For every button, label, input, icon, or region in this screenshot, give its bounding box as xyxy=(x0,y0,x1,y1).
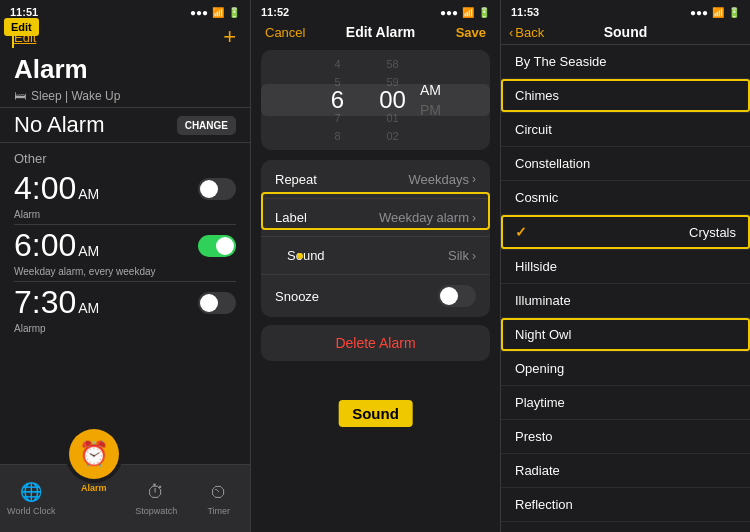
sound-item-ripples[interactable]: Ripples xyxy=(501,522,750,532)
no-alarm-text: No Alarm xyxy=(14,112,104,138)
sound-list: By The Seaside Chimes Circuit Constellat… xyxy=(501,45,750,532)
sound-item-presto[interactable]: Presto xyxy=(501,420,750,454)
repeat-label: Repeat xyxy=(275,172,317,187)
panel-edit-alarm: 11:52 ●●● 📶 🔋 Cancel Edit Alarm Save 4 5… xyxy=(250,0,500,532)
status-icons-1: ●●● 📶 🔋 xyxy=(190,7,240,18)
signal-icon-2: ●●● xyxy=(440,7,458,18)
sleep-wake-row: 🛏 Sleep | Wake Up xyxy=(0,87,250,107)
alarm-sub-1: Alarm xyxy=(0,209,250,224)
label-label: Label xyxy=(275,210,307,225)
sleep-label: Sleep | Wake Up xyxy=(31,89,120,103)
alarm-row-2[interactable]: 6:00 AM xyxy=(0,225,250,266)
stopwatch-icon: ⏱ xyxy=(147,482,165,503)
tab-stopwatch-label: Stopwatch xyxy=(135,506,177,516)
label-value: Weekday alarm › xyxy=(379,210,476,225)
ampm-picker[interactable]: AM PM xyxy=(420,82,441,118)
tab-timer[interactable]: ⏲ Timer xyxy=(188,482,251,516)
sound-value: Silk › xyxy=(448,248,476,263)
sound-item-night-owl[interactable]: Night Owl xyxy=(501,318,750,352)
sound-item-cosmic[interactable]: Cosmic xyxy=(501,181,750,215)
snooze-toggle[interactable] xyxy=(438,285,476,307)
sound-item-radiate[interactable]: Radiate xyxy=(501,454,750,488)
alarm-toggle-1[interactable] xyxy=(198,178,236,200)
back-label: Back xyxy=(515,25,544,40)
snooze-label: Snooze xyxy=(275,289,319,304)
sound-item-constellation[interactable]: Constellation xyxy=(501,147,750,181)
alarm-sub-3: Alarmp xyxy=(0,323,250,338)
battery-icon-2: 🔋 xyxy=(478,7,490,18)
repeat-row[interactable]: Repeat Weekdays › xyxy=(261,160,490,198)
status-bar-2: 11:52 ●●● 📶 🔋 xyxy=(251,0,500,20)
panel-sound-list: 11:53 ●●● 📶 🔋 ‹ Back Sound By The Seasid… xyxy=(500,0,750,532)
signal-icon-3: ●●● xyxy=(690,7,708,18)
wifi-icon-2: 📶 xyxy=(462,7,474,18)
page-title-alarm: Alarm xyxy=(0,52,250,87)
change-button[interactable]: CHANGE xyxy=(177,116,236,135)
panel-alarm-list: 11:51 ●●● 📶 🔋 Edit + Edit Alarm 🛏 Sleep … xyxy=(0,0,250,532)
snooze-row[interactable]: Snooze xyxy=(261,274,490,317)
sound-item-crystals[interactable]: ✓ Crystals xyxy=(501,215,750,250)
wifi-icon: 📶 xyxy=(212,7,224,18)
alarm-time-3: 7:30 AM xyxy=(14,284,99,321)
status-time-3: 11:53 xyxy=(511,6,539,18)
delete-alarm-button[interactable]: Delete Alarm xyxy=(261,325,490,361)
battery-icon: 🔋 xyxy=(228,7,240,18)
tab-world-clock-label: World Clock xyxy=(7,506,55,516)
status-icons-3: ●●● 📶 🔋 xyxy=(690,7,740,18)
tab-world-clock[interactable]: 🌐 World Clock xyxy=(0,481,63,516)
sound-item-playtime[interactable]: Playtime xyxy=(501,386,750,420)
add-alarm-button[interactable]: + xyxy=(223,24,236,50)
sound-annotation-box: Sound xyxy=(338,400,413,427)
status-icons-2: ●●● 📶 🔋 xyxy=(440,7,490,18)
section-other: Other xyxy=(0,143,250,168)
status-time-1: 11:51 xyxy=(10,6,38,18)
edit-button[interactable]: Edit xyxy=(14,30,36,45)
sound-item-reflection[interactable]: Reflection xyxy=(501,488,750,522)
alarm-time-2: 6:00 AM xyxy=(14,227,99,264)
status-bar-3: 11:53 ●●● 📶 🔋 xyxy=(501,0,750,20)
alarm-toggle-2[interactable] xyxy=(198,235,236,257)
cancel-button[interactable]: Cancel xyxy=(265,25,305,40)
sound-row[interactable]: Sound Silk › xyxy=(261,236,490,274)
wifi-icon-3: 📶 xyxy=(712,7,724,18)
alarm-header: Edit + Edit xyxy=(0,20,250,52)
sound-nav: ‹ Back Sound xyxy=(501,20,750,44)
edit-alarm-nav: Cancel Edit Alarm Save xyxy=(251,20,500,44)
alarm-row-3[interactable]: 7:30 AM xyxy=(0,282,250,323)
world-clock-icon: 🌐 xyxy=(20,481,42,503)
label-row[interactable]: Label Weekday alarm › xyxy=(261,198,490,236)
sound-item-hillside[interactable]: Hillside xyxy=(501,250,750,284)
alarm-row-1[interactable]: 4:00 AM xyxy=(0,168,250,209)
sound-item-illuminate[interactable]: Illuminate xyxy=(501,284,750,318)
repeat-value: Weekdays › xyxy=(409,172,476,187)
status-bar-1: 11:51 ●●● 📶 🔋 xyxy=(0,0,250,20)
status-time-2: 11:52 xyxy=(261,6,289,18)
sound-item-chimes[interactable]: Chimes xyxy=(501,79,750,113)
tab-stopwatch[interactable]: ⏱ Stopwatch xyxy=(125,482,188,516)
alarm-tab-label: Alarm xyxy=(81,483,107,493)
alarm-toggle-3[interactable] xyxy=(198,292,236,314)
battery-icon-3: 🔋 xyxy=(728,7,740,18)
alarm-bubble: ⏰ xyxy=(69,429,119,479)
alarm-settings: Repeat Weekdays › Label Weekday alarm › … xyxy=(261,160,490,317)
hour-picker[interactable]: 4 5 6 7 8 xyxy=(310,56,365,144)
back-button[interactable]: ‹ Back xyxy=(509,25,544,40)
alarm-time-1: 4:00 AM xyxy=(14,170,99,207)
timer-icon: ⏲ xyxy=(210,482,228,503)
save-button[interactable]: Save xyxy=(456,25,486,40)
back-chevron-icon: ‹ xyxy=(509,25,513,40)
sound-item-circuit[interactable]: Circuit xyxy=(501,113,750,147)
edit-alarm-title: Edit Alarm xyxy=(346,24,416,40)
sound-item-by-the-seaside[interactable]: By The Seaside xyxy=(501,45,750,79)
check-icon-crystals: ✓ xyxy=(515,224,527,240)
bed-icon: 🛏 xyxy=(14,89,26,103)
sound-title: Sound xyxy=(604,24,648,40)
no-alarm-row: No Alarm CHANGE xyxy=(0,108,250,142)
tab-bar: 🌐 World Clock ⏰ Alarm ⏱ Stopwatch ⏲ Time… xyxy=(0,464,250,532)
time-picker[interactable]: 4 5 6 7 8 58 59 00 01 02 AM PM xyxy=(261,50,490,150)
tab-timer-label: Timer xyxy=(207,506,230,516)
sound-item-opening[interactable]: Opening xyxy=(501,352,750,386)
alarm-sub-2: Weekday alarm, every weekday xyxy=(0,266,250,281)
minute-picker[interactable]: 58 59 00 01 02 xyxy=(365,56,420,144)
signal-icon: ●●● xyxy=(190,7,208,18)
